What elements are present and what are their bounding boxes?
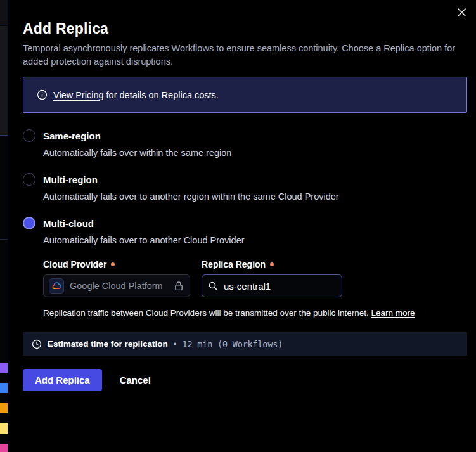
info-icon — [37, 89, 48, 100]
radio-same-region[interactable]: Same-region — [23, 129, 467, 142]
background-page-edge — [0, 0, 8, 452]
option-same-region: Same-region Automatically fails over wit… — [23, 129, 467, 158]
page-title: Add Replica — [23, 20, 467, 37]
radio-multi-cloud[interactable]: Multi-cloud — [23, 217, 467, 229]
gcp-logo-icon — [49, 278, 64, 294]
close-icon[interactable] — [454, 5, 468, 19]
background-color-item — [0, 383, 8, 393]
pricing-banner: View Pricing for details on Replica cost… — [23, 77, 467, 113]
add-replica-button[interactable]: Add Replica — [23, 369, 102, 391]
cancel-button[interactable]: Cancel — [120, 375, 151, 385]
background-panel-divider — [0, 239, 8, 240]
cloud-provider-value: Google Cloud Platform — [70, 281, 169, 291]
background-panel-segment — [0, 0, 8, 25]
option-label: Multi-region — [43, 174, 98, 185]
background-color-item — [0, 423, 8, 434]
radio-multi-region[interactable]: Multi-region — [23, 173, 467, 186]
replica-option-group: Same-region Automatically fails over wit… — [23, 129, 467, 318]
option-label: Multi-cloud — [43, 218, 94, 229]
modal-actions: Add Replica Cancel — [23, 369, 467, 391]
radio-circle-icon[interactable] — [23, 129, 35, 142]
background-color-item — [0, 444, 8, 452]
pricing-banner-text: View Pricing for details on Replica cost… — [53, 90, 219, 100]
option-multi-region: Multi-region Automatically fails over to… — [23, 173, 467, 202]
replica-region-search-field[interactable] — [202, 274, 342, 297]
estimated-time-bar: Estimated time for replication • 12 min … — [23, 332, 467, 356]
background-color-item — [0, 403, 8, 413]
learn-more-link[interactable]: Learn more — [371, 308, 415, 318]
replica-region-label: Replica Region — [202, 259, 274, 269]
search-icon — [209, 281, 218, 291]
cloud-provider-select-disabled: Google Cloud Platform — [43, 274, 190, 297]
background-color-item — [0, 363, 8, 373]
replica-region-input[interactable] — [224, 281, 335, 292]
option-multi-cloud: Multi-cloud Automatically fails over to … — [23, 217, 467, 318]
clock-icon — [32, 339, 42, 349]
option-description: Automatically fails over to another Clou… — [43, 235, 467, 245]
option-description: Automatically fails over within the same… — [43, 148, 467, 158]
option-label: Same-region — [43, 131, 101, 141]
modal-description: Temporal asynchronously replicates Workf… — [23, 42, 460, 68]
public-internet-note: Replication traffic between Cloud Provid… — [43, 308, 467, 318]
view-pricing-link[interactable]: View Pricing — [53, 90, 104, 100]
add-replica-modal: Add Replica Temporal asynchronously repl… — [8, 0, 476, 452]
cloud-provider-label: Cloud Provider — [43, 259, 202, 269]
estimate-value: 12 min (0 Workflows) — [183, 339, 283, 349]
radio-circle-icon[interactable] — [23, 173, 35, 186]
radio-circle-selected-icon[interactable] — [23, 217, 35, 229]
required-dot — [111, 262, 115, 266]
multi-cloud-subform: Cloud Provider Replica Region — [43, 259, 467, 318]
background-panel-segment — [0, 26, 8, 136]
pricing-banner-rest: for details on Replica costs. — [104, 90, 219, 100]
required-dot — [270, 262, 274, 266]
estimate-label: Estimated time for replication — [48, 339, 168, 349]
estimate-separator: • — [174, 339, 177, 349]
lock-icon — [174, 281, 183, 291]
option-description: Automatically fails over to another regi… — [43, 191, 467, 202]
